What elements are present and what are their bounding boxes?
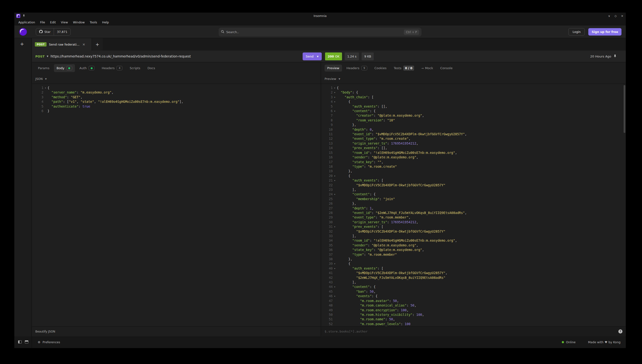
request-tab[interactable]: POST Send raw federati... × <box>32 38 92 50</box>
online-status[interactable]: Online <box>562 340 575 344</box>
tab-close-icon[interactable]: × <box>82 42 85 46</box>
code-line-20[interactable]: 20▾ { <box>321 174 626 178</box>
code-line-36[interactable]: 36 "state_key": "@plate:m.easydemo.org", <box>321 248 626 252</box>
code-line-38[interactable]: 38 }, <box>321 257 626 262</box>
code-line-52[interactable]: 52 "m.room.power_levels": 100 <box>321 322 626 326</box>
code-line-3[interactable]: 3 "method": "GET", <box>32 95 321 100</box>
search-bar[interactable]: Ctrl + P <box>219 28 421 36</box>
tab-params[interactable]: Params <box>35 65 52 72</box>
code-line-6[interactable]: 6▾ "content": { <box>321 109 626 113</box>
code-line-31[interactable]: 31▾ "prev_events": [ <box>321 224 626 229</box>
rail-new-request-button[interactable]: + <box>20 41 24 47</box>
code-line-40[interactable]: 40▾ "auth_events": [ <box>321 266 626 271</box>
code-line-45[interactable]: 45 "ban": 50, <box>321 289 626 294</box>
send-button[interactable]: Send ▼ <box>303 52 322 60</box>
code-line-27[interactable]: 27 "depth": 1, <box>321 206 626 210</box>
close-button[interactable]: × <box>621 14 623 18</box>
login-button[interactable]: Login <box>568 28 585 36</box>
code-line-15[interactable]: 15 "room_id": "!alEH69o4SgHGMoiZu00sE7nb… <box>321 150 626 155</box>
menu-window[interactable]: Window <box>73 20 85 24</box>
tab-cookies[interactable]: Cookies <box>372 65 389 72</box>
github-star-button[interactable]: Star 37,871 <box>36 28 71 36</box>
code-line-9[interactable]: 9 }, <box>321 122 626 127</box>
url-input[interactable]: https://hammerhead.nexy7574.co.uk/_hamme… <box>51 54 191 58</box>
tab-tests[interactable]: Tests 0 / 0 <box>391 64 417 72</box>
code-line-33[interactable]: 33 ], <box>321 234 626 238</box>
code-line-17[interactable]: 17 "state_key": "", <box>321 160 626 164</box>
fold-arrow-icon[interactable]: ▾ <box>333 266 337 271</box>
url-method-label[interactable]: POST <box>35 54 45 58</box>
code-line-44[interactable]: 44▾ "content": { <box>321 284 626 289</box>
tab-console[interactable]: Console <box>438 65 455 72</box>
code-line-5[interactable]: 5 "authenticate": true <box>32 104 321 109</box>
tab-docs[interactable]: Docs <box>145 65 158 72</box>
code-line-3[interactable]: 3▾ "auth_chain": [ <box>321 95 626 100</box>
preview-mode-dropdown-icon[interactable]: ▼ <box>339 78 340 80</box>
preview-mode-selector[interactable]: Preview <box>325 77 336 80</box>
code-line-7[interactable]: 7 "creator": "@plate:m.easydemo.org", <box>321 113 626 118</box>
filter-help-icon[interactable]: ? <box>618 330 622 334</box>
new-tab-button[interactable]: + <box>92 38 103 50</box>
toggle-sidebar-icon[interactable] <box>18 340 22 344</box>
code-line-1[interactable]: 1▾{ <box>32 86 321 90</box>
menu-help[interactable]: Help <box>102 20 109 24</box>
preferences-button[interactable]: ⚙ Preferences <box>32 340 60 344</box>
code-line-23[interactable]: 23 ], <box>321 188 626 192</box>
tab-scripts[interactable]: Scripts <box>127 65 143 72</box>
code-line-30[interactable]: 30 "origin_server_ts": 1769541954212, <box>321 220 626 224</box>
code-line-48[interactable]: 48 "m.room.canonical_alias": 50, <box>321 303 626 308</box>
code-line-2[interactable]: 2 "server_name": "m.easydemo.org", <box>32 90 321 95</box>
code-line-24[interactable]: 24▾ "content": { <box>321 192 626 196</box>
body-type-dropdown-icon[interactable]: ▼ <box>45 78 47 80</box>
history-pin-icon[interactable] <box>613 54 617 58</box>
fold-arrow-icon[interactable]: ▾ <box>333 86 337 90</box>
menu-view[interactable]: View <box>61 20 68 24</box>
tab-preview[interactable]: Preview <box>325 65 342 72</box>
code-line-26[interactable]: 26 }, <box>321 201 626 206</box>
code-line-11[interactable]: 11 "event_id": "$vMDOpiFcV5C2b4XDPlm-Okw… <box>321 132 626 136</box>
code-line-5[interactable]: 5 "auth_events": [], <box>321 104 626 109</box>
code-line-22[interactable]: 22 "$vMDOpiFcV5C2b4XDPlm-OkwtjbfGGVfCrGw… <box>321 183 626 188</box>
toggle-panel-icon[interactable] <box>25 340 29 344</box>
code-line-10[interactable]: 10 "depth": 0, <box>321 128 626 132</box>
body-type-selector[interactable]: JSON <box>35 77 43 80</box>
maximize-button[interactable]: ◇ <box>614 14 617 18</box>
fold-arrow-icon[interactable]: ▾ <box>333 192 337 196</box>
fold-arrow-icon[interactable]: ▾ <box>333 294 337 298</box>
code-line-47[interactable]: 47 "m.room.avatar": 50, <box>321 299 626 303</box>
method-dropdown-icon[interactable]: ▼ <box>47 55 49 58</box>
response-filter-input[interactable] <box>325 330 618 333</box>
code-line-34[interactable]: 34 "room_id": "!alEH69o4SgHGMoiZu00sE7nb… <box>321 238 626 243</box>
code-line-49[interactable]: 49 "m.room.encryption": 100, <box>321 308 626 312</box>
code-line-12[interactable]: 12 "event_type": "m.room.create", <box>321 136 626 141</box>
insomnia-logo-icon[interactable] <box>19 28 27 36</box>
response-scrollbar[interactable] <box>624 85 625 133</box>
code-line-21[interactable]: 21▾ "auth_events": [ <box>321 178 626 183</box>
code-line-4[interactable]: 4▾ { <box>321 100 626 104</box>
tab-request-headers[interactable]: Headers 4 <box>99 64 125 72</box>
code-line-39[interactable]: 39▾ { <box>321 262 626 266</box>
code-line-6[interactable]: 6} <box>32 109 321 113</box>
code-line-29[interactable]: 29 "event_type": "m.room.member", <box>321 215 626 220</box>
fold-arrow-icon[interactable]: ▾ <box>333 224 337 229</box>
send-dropdown-icon[interactable]: ▼ <box>317 55 319 58</box>
code-line-25[interactable]: 25 "membership": "join" <box>321 197 626 201</box>
code-line-2[interactable]: 2▾ "body": { <box>321 90 626 95</box>
code-line-46[interactable]: 46▾ "events": { <box>321 294 626 298</box>
code-line-8[interactable]: 8 "room_version": "10" <box>321 118 626 122</box>
fold-arrow-icon[interactable]: ▾ <box>333 174 337 178</box>
code-line-51[interactable]: 51 "m.room.name": 50, <box>321 317 626 322</box>
code-line-37[interactable]: 37 "type": "m.room.member" <box>321 252 626 257</box>
code-line-14[interactable]: 14 "prev_events": [], <box>321 146 626 150</box>
code-line-35[interactable]: 35 "sender": "@plate:m.easydemo.org", <box>321 243 626 248</box>
tab-mock[interactable]: → Mock <box>419 65 436 72</box>
tab-auth[interactable]: Auth <box>77 64 97 72</box>
fold-arrow-icon[interactable]: ▾ <box>333 95 337 100</box>
code-line-42[interactable]: 42 "$2eWLJ7HqX_FJu5mYALvOKqsB_8uiYIIQ9Et… <box>321 276 626 280</box>
code-line-43[interactable]: 43 ], <box>321 280 626 284</box>
code-line-4[interactable]: 4 "path": ["v1", "state", "!alEH69o4SgHG… <box>32 100 321 104</box>
fold-arrow-icon[interactable]: ▾ <box>333 109 337 113</box>
tab-body[interactable]: Body <box>54 64 75 72</box>
fold-arrow-icon[interactable]: ▾ <box>333 90 337 95</box>
code-line-32[interactable]: 32 "$vMDOpiFcV5C2b4XDPlm-OkwtjbfGGVfCrGw… <box>321 229 626 234</box>
